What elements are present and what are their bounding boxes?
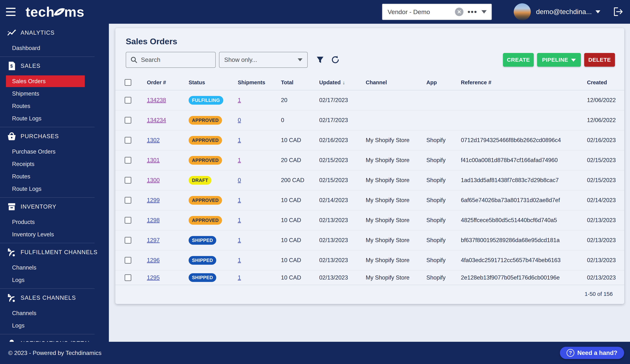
show-only-dropdown[interactable]: Show only... bbox=[219, 52, 308, 68]
order-link[interactable]: 1297 bbox=[147, 237, 160, 243]
filter-button[interactable] bbox=[316, 56, 324, 64]
row-checkbox[interactable] bbox=[125, 217, 131, 224]
shipments-link[interactable]: 1 bbox=[238, 237, 241, 243]
column-header-shipments[interactable]: Shipments bbox=[238, 79, 281, 86]
need-a-hand-label: Need a hand? bbox=[577, 349, 618, 357]
row-checkbox[interactable] bbox=[125, 237, 131, 244]
vendor-select[interactable]: Vendor - Demo ✕ ••• bbox=[382, 4, 492, 20]
table-row: 1295SHIPPED110 CAD02/13/2023My Shopify S… bbox=[115, 270, 624, 285]
column-header-app[interactable]: App bbox=[426, 79, 461, 86]
status-badge: APPROVED bbox=[188, 136, 222, 145]
sidebar-item-sales-orders[interactable]: Sales Orders bbox=[6, 75, 85, 87]
shipments-link[interactable]: 1 bbox=[238, 274, 241, 281]
pipeline-button[interactable]: PIPELINE bbox=[537, 53, 581, 67]
sidebar-item-logs[interactable]: Logs bbox=[0, 274, 109, 286]
order-link[interactable]: 1300 bbox=[147, 177, 160, 183]
shipments-link[interactable]: 1 bbox=[238, 197, 241, 203]
order-link[interactable]: 1296 bbox=[147, 257, 160, 263]
cell-app: Shopify bbox=[426, 157, 461, 164]
cell-updated: 02/13/2023 bbox=[319, 257, 366, 264]
shipments-link[interactable]: 1 bbox=[238, 217, 241, 223]
shipments-link[interactable]: 0 bbox=[238, 177, 241, 183]
order-link[interactable]: 1301 bbox=[147, 157, 160, 163]
shipments-link[interactable]: 1 bbox=[238, 137, 241, 143]
logout-button[interactable] bbox=[612, 6, 624, 18]
bell-icon bbox=[7, 339, 16, 342]
sidebar-item-route-logs[interactable]: Route Logs bbox=[0, 113, 109, 124]
sidebar-section-purchases[interactable]: PURCHASES bbox=[0, 130, 109, 143]
chevron-down-icon[interactable] bbox=[596, 10, 600, 13]
sidebar-section-inventory[interactable]: INVENTORY bbox=[0, 201, 109, 213]
sidebar-section-sales[interactable]: $SALES bbox=[0, 60, 109, 72]
delete-button[interactable]: DELETE bbox=[584, 53, 615, 67]
sidebar-item-dashboard[interactable]: Dashboard bbox=[0, 42, 109, 54]
sidebar-item-routes[interactable]: Routes bbox=[0, 100, 109, 112]
sidebar-item-products[interactable]: Products bbox=[0, 216, 109, 228]
sidebar-item-receipts[interactable]: Receipts bbox=[0, 158, 109, 170]
user-menu[interactable]: demo@techdina... bbox=[514, 3, 624, 20]
avatar[interactable] bbox=[514, 3, 531, 20]
chevron-down-icon[interactable] bbox=[482, 10, 487, 13]
cell-channel: My Shopify Store bbox=[366, 137, 426, 144]
sidebar-item-channels[interactable]: Channels bbox=[0, 307, 109, 319]
order-link[interactable]: 1302 bbox=[147, 137, 160, 143]
order-link[interactable]: 1295 bbox=[147, 274, 160, 281]
column-header-updated[interactable]: Updated↓ bbox=[319, 79, 366, 86]
sidebar-divider bbox=[0, 197, 94, 198]
copyright-text: © 2023 - Powered by Techdinamics bbox=[8, 350, 102, 357]
sales-orders-table: Order #StatusShipmentsTotalUpdated↓Chann… bbox=[115, 75, 624, 304]
sidebar: ANALYTICSDashboard$SALESSales OrdersShip… bbox=[0, 24, 109, 342]
order-link[interactable]: 134234 bbox=[147, 117, 166, 123]
vendor-select-value: Vendor - Demo bbox=[382, 8, 455, 15]
column-header-order[interactable]: Order # bbox=[147, 79, 188, 86]
need-a-hand-button[interactable]: ? Need a hand? bbox=[560, 347, 624, 359]
cell-reference: 0712d1794325466f8b6b2662cd0896c4 bbox=[461, 137, 587, 144]
shipments-link[interactable]: 1 bbox=[238, 97, 241, 103]
user-email: demo@techdina... bbox=[536, 8, 592, 16]
column-header-reference[interactable]: Reference # bbox=[461, 79, 587, 86]
row-checkbox[interactable] bbox=[125, 257, 131, 264]
column-header-status[interactable]: Status bbox=[188, 79, 238, 86]
cell-updated: 02/15/2023 bbox=[319, 157, 366, 164]
hamburger-menu-icon[interactable] bbox=[6, 8, 16, 16]
cell-total: 10 CAD bbox=[281, 137, 319, 144]
sidebar-item-shipments[interactable]: Shipments bbox=[0, 88, 109, 99]
row-checkbox[interactable] bbox=[125, 97, 131, 104]
order-link[interactable]: 1299 bbox=[147, 197, 160, 203]
row-checkbox[interactable] bbox=[125, 157, 131, 164]
show-only-value: Show only... bbox=[220, 56, 298, 63]
select-all-checkbox[interactable] bbox=[125, 79, 131, 86]
row-checkbox[interactable] bbox=[125, 177, 131, 183]
sidebar-item-inventory-levels[interactable]: Inventory Levels bbox=[0, 229, 109, 240]
shipments-link[interactable]: 1 bbox=[238, 257, 241, 263]
clear-icon[interactable]: ✕ bbox=[455, 7, 464, 16]
row-checkbox[interactable] bbox=[125, 137, 131, 144]
column-header-created[interactable]: Created bbox=[587, 79, 624, 86]
shipments-link[interactable]: 0 bbox=[238, 117, 241, 123]
sidebar-section-sales-channels[interactable]: SALES CHANNELS bbox=[0, 292, 109, 304]
sidebar-item-route-logs[interactable]: Route Logs bbox=[0, 183, 109, 195]
cell-updated: 02/17/2023 bbox=[319, 117, 366, 124]
row-checkbox[interactable] bbox=[125, 197, 131, 203]
cell-channel: My Shopify Store bbox=[366, 197, 426, 203]
column-header-total[interactable]: Total bbox=[281, 79, 319, 86]
column-header-channel[interactable]: Channel bbox=[366, 79, 426, 86]
sidebar-item-purchase-orders[interactable]: Purchase Orders bbox=[0, 146, 109, 158]
row-checkbox[interactable] bbox=[125, 117, 131, 124]
sidebar-item-logs[interactable]: Logs bbox=[0, 320, 109, 331]
sidebar-item-routes[interactable]: Routes bbox=[0, 171, 109, 182]
create-button[interactable]: CREATE bbox=[503, 53, 534, 67]
more-options-icon[interactable]: ••• bbox=[468, 10, 477, 14]
search-input[interactable] bbox=[141, 56, 208, 63]
shipments-link[interactable]: 1 bbox=[238, 157, 241, 163]
refresh-button[interactable] bbox=[331, 55, 340, 64]
order-link[interactable]: 134238 bbox=[147, 97, 166, 103]
sidebar-section-notifications-beta[interactable]: NOTIFICATIONS (BETA) bbox=[0, 337, 109, 342]
order-link[interactable]: 1298 bbox=[147, 217, 160, 223]
sidebar-section-label: INVENTORY bbox=[20, 203, 56, 210]
row-checkbox[interactable] bbox=[125, 274, 131, 281]
sidebar-item-channels[interactable]: Channels bbox=[0, 262, 109, 273]
sidebar-section-fulfillment-channels[interactable]: FULFILLMENT CHANNELS bbox=[0, 246, 109, 258]
table-row: 1299APPROVED110 CAD02/14/2023My Shopify … bbox=[115, 190, 624, 210]
sidebar-section-analytics[interactable]: ANALYTICS bbox=[0, 27, 109, 39]
